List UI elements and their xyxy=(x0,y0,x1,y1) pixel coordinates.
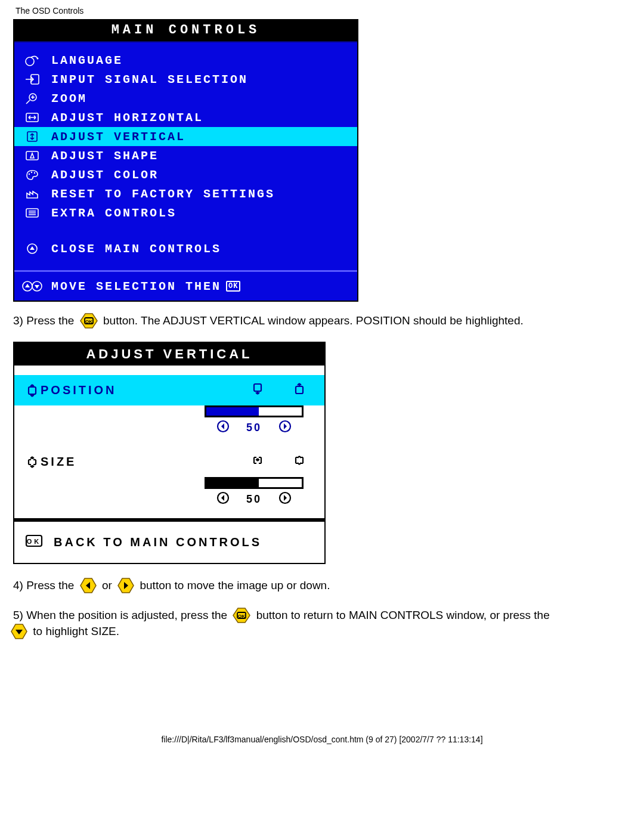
menu-item-label: ADJUST COLOR xyxy=(51,168,159,182)
svg-text:OK: OK xyxy=(27,538,42,545)
size-expand-icon xyxy=(292,454,306,470)
ok-button-icon: OK xyxy=(233,608,250,623)
adjust-v-icon xyxy=(20,129,44,144)
arrow-left-icon[interactable] xyxy=(216,420,230,436)
input-icon xyxy=(20,72,44,86)
svg-point-1 xyxy=(37,58,39,60)
svg-point-8 xyxy=(31,172,32,173)
svg-text:OK: OK xyxy=(85,319,92,324)
ok-icon: OK xyxy=(226,281,240,292)
position-up-icon xyxy=(292,382,306,398)
adjust-vertical-panel: ADJUST VERTICAL POSITION 50 xyxy=(13,342,326,564)
ok-box-icon: OK xyxy=(25,534,43,551)
page-header: The OSD Controls xyxy=(16,6,631,16)
menu-item-input[interactable]: INPUT SIGNAL SELECTION xyxy=(14,70,357,89)
menu-item-label: ADJUST SHAPE xyxy=(51,149,159,163)
extra-icon xyxy=(20,206,44,220)
factory-icon xyxy=(20,187,44,201)
footer-label: MOVE SELECTION THEN xyxy=(51,280,221,293)
menu-item-zoom[interactable]: ZOOM xyxy=(14,89,357,108)
language-icon xyxy=(20,53,44,67)
menu-item-language[interactable]: LANGUAGE xyxy=(14,51,357,70)
adjust-vertical-title: ADJUST VERTICAL xyxy=(14,343,324,366)
menu-item-label: LANGUAGE xyxy=(51,54,123,67)
menu-item-label: ADJUST VERTICAL xyxy=(51,130,185,144)
main-controls-footer: MOVE SELECTION THEN OK xyxy=(14,270,357,301)
main-controls-title: MAIN CONTROLS xyxy=(14,20,357,42)
left-button-icon xyxy=(80,578,97,593)
svg-rect-19 xyxy=(296,386,303,394)
page-footer: file:///D|/Rita/LF3/lf3manual/english/OS… xyxy=(13,735,631,744)
shape-icon xyxy=(20,148,44,163)
menu-item-adjust-v[interactable]: ADJUST VERTICAL xyxy=(14,127,357,146)
ok-button-icon: OK xyxy=(80,313,98,329)
svg-point-0 xyxy=(26,57,34,66)
adjust-h-icon xyxy=(20,110,44,125)
av-position-row[interactable]: POSITION xyxy=(14,375,324,405)
zoom-icon xyxy=(20,91,44,106)
svg-point-9 xyxy=(34,172,35,174)
svg-rect-17 xyxy=(29,387,36,394)
menu-item-label: CLOSE MAIN CONTROLS xyxy=(51,242,221,256)
back-to-main[interactable]: OK BACK TO MAIN CONTROLS xyxy=(14,522,324,563)
arrow-left-icon[interactable] xyxy=(216,491,230,507)
right-button-icon xyxy=(117,578,134,593)
menu-item-label: EXTRA CONTROLS xyxy=(51,206,177,220)
step-3-text: 3) Press the OK button. The ADJUST VERTI… xyxy=(13,312,631,329)
position-label: POSITION xyxy=(41,383,250,397)
arrow-right-icon[interactable] xyxy=(278,420,292,436)
size-icon xyxy=(24,455,41,469)
position-down-icon xyxy=(250,382,265,398)
main-controls-panel: MAIN CONTROLS LANGUAGE INPUT SIGNAL SELE… xyxy=(13,19,358,302)
position-slider[interactable] xyxy=(205,405,304,417)
step-5-text: 5) When the position is adjusted, press … xyxy=(13,607,631,640)
size-label: SIZE xyxy=(41,455,250,469)
step-4-text: 4) Press the or button to move the image… xyxy=(13,577,631,593)
menu-item-label: ADJUST HORIZONTAL xyxy=(51,111,203,125)
menu-item-extra[interactable]: EXTRA CONTROLS xyxy=(14,203,357,222)
menu-item-close[interactable]: CLOSE MAIN CONTROLS xyxy=(14,239,357,258)
menu-item-label: INPUT SIGNAL SELECTION xyxy=(51,73,248,86)
svg-rect-18 xyxy=(254,384,261,391)
menu-item-color[interactable]: ADJUST COLOR xyxy=(14,165,357,184)
position-value: 50 xyxy=(246,422,262,434)
menu-item-label: RESET TO FACTORY SETTINGS xyxy=(51,187,275,201)
arrow-right-icon[interactable] xyxy=(278,491,292,507)
down-button-icon xyxy=(11,624,27,639)
menu-item-shape[interactable]: ADJUST SHAPE xyxy=(14,146,357,165)
size-shrink-icon xyxy=(250,454,265,470)
back-label: BACK TO MAIN CONTROLS xyxy=(54,535,262,549)
size-slider[interactable] xyxy=(205,477,304,489)
close-icon xyxy=(20,241,44,256)
position-slider-row: 50 xyxy=(14,405,324,447)
color-icon xyxy=(20,168,44,182)
menu-item-adjust-h[interactable]: ADJUST HORIZONTAL xyxy=(14,108,357,127)
svg-text:OK: OK xyxy=(238,614,245,619)
size-slider-row: 50 xyxy=(14,477,324,518)
position-icon xyxy=(24,383,41,398)
av-size-row[interactable]: SIZE xyxy=(14,447,324,477)
menu-item-label: ZOOM xyxy=(51,92,87,106)
svg-point-7 xyxy=(29,174,30,175)
updown-icon xyxy=(20,279,44,293)
menu-item-factory[interactable]: RESET TO FACTORY SETTINGS xyxy=(14,184,357,203)
size-value: 50 xyxy=(246,493,262,506)
